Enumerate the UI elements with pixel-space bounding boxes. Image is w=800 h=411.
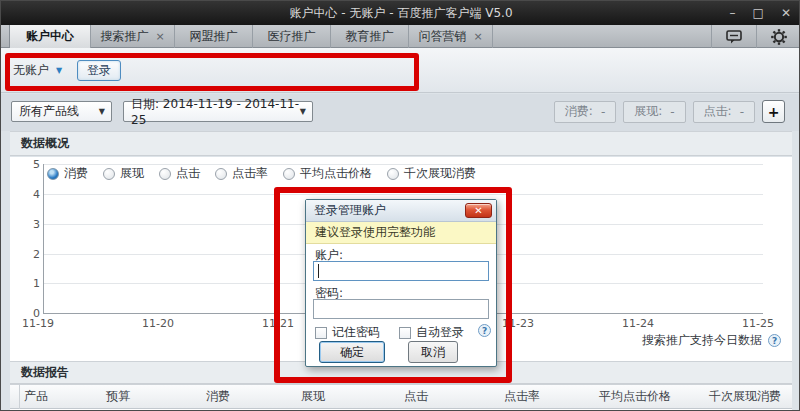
speech-bubble-icon — [725, 28, 743, 45]
dialog-banner: 建议登录使用完整功能 — [306, 222, 496, 244]
metric-radio-ctr[interactable]: 点击率 — [215, 165, 268, 182]
title-bar[interactable]: 账户中心 - 无账户 - 百度推广客户端 V5.0 – □ ✕ — [1, 1, 800, 25]
x-tick: 11-23 — [496, 317, 540, 330]
auto-login-checkbox[interactable]: 自动登录 — [399, 324, 464, 341]
stat-label: 消费: — [565, 103, 593, 120]
radio-icon — [103, 168, 115, 180]
login-dialog: 登录管理账户 ✕ 建议登录使用完整功能 账户: 密码: 记住密码 自动登录 ? … — [305, 199, 497, 367]
checkbox-icon — [315, 327, 327, 339]
close-button[interactable]: ✕ — [781, 7, 791, 19]
column-header-cpm[interactable]: 千次展现消费 — [709, 384, 781, 409]
text-cursor — [318, 264, 319, 278]
x-tick: 11-25 — [736, 317, 780, 330]
metric-label: 千次展现消费 — [404, 165, 476, 182]
password-input[interactable] — [313, 299, 489, 319]
column-header-ctr[interactable]: 点击率 — [504, 384, 540, 409]
metric-radio-cpm[interactable]: 千次展现消费 — [387, 165, 476, 182]
column-separator — [19, 384, 20, 409]
metric-label: 点击 — [176, 165, 200, 182]
radio-selected-icon — [47, 168, 59, 180]
help-icon[interactable]: ? — [768, 334, 781, 347]
overview-section-header: 数据概况 — [10, 131, 792, 156]
metric-radio-cost[interactable]: 消费 — [47, 165, 88, 182]
metric-radio-clicks[interactable]: 点击 — [159, 165, 200, 182]
ok-button[interactable]: 确定 — [319, 341, 385, 363]
login-button[interactable]: 登录 — [77, 60, 121, 81]
stat-chip-clicks: 点击: - — [693, 101, 755, 123]
radio-icon — [387, 168, 399, 180]
metric-radio-impressions[interactable]: 展现 — [103, 165, 144, 182]
stats-chip-row: 消费: - 展现: - 点击: - + — [554, 100, 785, 123]
tab-label: 账户中心 — [26, 28, 74, 45]
tab-close-icon[interactable]: × — [473, 30, 482, 43]
metric-radio-row: 消费 展现 点击 点击率 平均点击价格 千次展现消费 — [47, 165, 476, 182]
chevron-down-icon: ▼ — [99, 107, 105, 116]
help-icon[interactable]: ? — [478, 324, 491, 337]
stat-value: - — [670, 105, 674, 119]
stat-label: 展现: — [634, 103, 662, 120]
radio-icon — [159, 168, 171, 180]
y-tick: 2 — [24, 248, 40, 261]
tab-close-icon[interactable]: × — [155, 30, 164, 43]
product-line-select[interactable]: 所有产品线 ▼ — [11, 101, 112, 122]
tab-label: 教育推广 — [346, 28, 394, 45]
y-tick: 4 — [24, 188, 40, 201]
app-window: 账户中心 - 无账户 - 百度推广客户端 V5.0 – □ ✕ 账户中心 搜索推… — [0, 0, 800, 411]
metric-radio-avg-cpc[interactable]: 平均点击价格 — [283, 165, 372, 182]
y-tick: 1 — [24, 277, 40, 290]
tab-label: 问答营销 — [418, 28, 466, 45]
support-note-text: 搜索推广支持今日数据 — [642, 332, 762, 349]
tab-medical-promotion[interactable]: 医疗推广 — [253, 25, 331, 48]
tab-label: 搜索推广 — [100, 28, 148, 45]
gear-icon — [770, 28, 788, 46]
window-title: 账户中心 - 无账户 - 百度推广客户端 V5.0 — [289, 5, 512, 22]
tab-network-promotion[interactable]: 网盟推广 — [175, 25, 253, 48]
minimize-button[interactable]: – — [730, 7, 736, 19]
add-stat-button[interactable]: + — [762, 100, 785, 123]
tab-education-promotion[interactable]: 教育推广 — [331, 25, 409, 48]
window-controls: – □ ✕ — [730, 1, 791, 25]
column-header-impressions[interactable]: 展现 — [301, 384, 325, 409]
stat-chip-cost: 消费: - — [554, 101, 616, 123]
checkbox-icon — [399, 327, 411, 339]
settings-button[interactable] — [756, 25, 800, 48]
stat-chip-impressions: 展现: - — [623, 101, 685, 123]
x-tick: 11-20 — [136, 317, 180, 330]
date-range-select[interactable]: 日期: 2014-11-19 - 2014-11-25 ▼ — [123, 101, 313, 122]
account-name: 无账户 — [13, 62, 49, 79]
maximize-button[interactable]: □ — [753, 7, 764, 19]
stat-value: - — [740, 105, 744, 119]
date-range-value: 日期: 2014-11-19 - 2014-11-25 — [131, 96, 312, 127]
dialog-title: 登录管理账户 — [306, 202, 386, 219]
tab-label: 医疗推广 — [268, 28, 316, 45]
cancel-button[interactable]: 取消 — [408, 341, 458, 363]
column-header-cost[interactable]: 消费 — [206, 384, 230, 409]
gridline — [43, 194, 763, 195]
chevron-down-icon: ▼ — [56, 66, 62, 75]
dialog-close-button[interactable]: ✕ — [465, 203, 492, 218]
y-axis — [43, 164, 44, 313]
column-header-avg-cpc[interactable]: 平均点击价格 — [599, 384, 671, 409]
radio-icon — [283, 168, 295, 180]
x-tick: 11-24 — [616, 317, 660, 330]
tab-search-promotion[interactable]: 搜索推广 × — [91, 25, 175, 48]
product-line-value: 所有产品线 — [19, 103, 79, 120]
tab-qa-marketing[interactable]: 问答营销 × — [409, 25, 493, 48]
column-header-clicks[interactable]: 点击 — [404, 384, 428, 409]
tab-account-center[interactable]: 账户中心 — [9, 25, 91, 48]
feedback-button[interactable] — [711, 25, 756, 48]
overview-title: 数据概况 — [10, 135, 69, 152]
y-tick: 3 — [24, 218, 40, 231]
checkbox-label: 记住密码 — [332, 324, 380, 341]
checkbox-label: 自动登录 — [416, 324, 464, 341]
account-dropdown[interactable]: 无账户 ▼ — [13, 62, 62, 79]
metric-label: 展现 — [120, 165, 144, 182]
tab-bar: 账户中心 搜索推广 × 网盟推广 医疗推广 教育推广 问答营销 × — [1, 25, 800, 48]
account-input[interactable] — [313, 261, 489, 281]
column-header-budget[interactable]: 预算 — [106, 384, 130, 409]
column-header-product[interactable]: 产品 — [24, 384, 48, 409]
x-tick: 11-19 — [16, 317, 60, 330]
y-tick: 5 — [24, 158, 40, 171]
tab-label: 网盟推广 — [190, 28, 238, 45]
remember-password-checkbox[interactable]: 记住密码 — [315, 324, 380, 341]
